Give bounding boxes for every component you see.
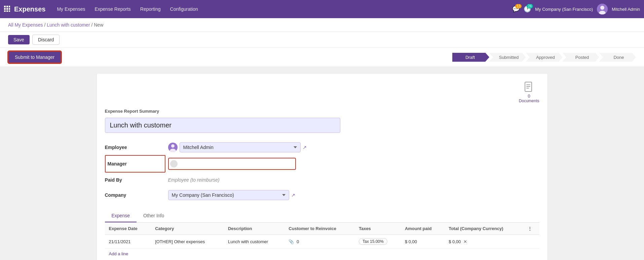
save-button[interactable]: Save [8, 35, 30, 44]
col-category: Category [151, 223, 224, 235]
paid-by-value: Employee (to reimburse) [165, 173, 340, 187]
employee-avatar [168, 143, 178, 152]
cell-reinvoice: 📎 0 [285, 235, 355, 249]
svg-rect-5 [9, 8, 10, 10]
table-header-row: Expense Date Category Description Custom… [105, 223, 539, 235]
status-submitted: Submitted [489, 53, 526, 62]
company-label: Company [105, 187, 165, 203]
paid-by-label: Paid By [105, 173, 165, 187]
cell-amount-paid: $ 0,00 [401, 235, 445, 249]
company-select[interactable]: My Company (San Francisco) [168, 190, 289, 200]
nav-reporting[interactable]: Reporting [137, 4, 164, 14]
svg-rect-13 [526, 84, 530, 85]
user-name: Mitchell Admin [612, 7, 640, 12]
grid-icon[interactable] [4, 6, 10, 13]
col-description: Description [224, 223, 285, 235]
app-brand: Expenses [14, 5, 45, 13]
nav-my-expenses[interactable]: My Expenses [53, 4, 88, 14]
chat-button[interactable]: 💬 13 [512, 5, 520, 13]
avatar [597, 4, 608, 14]
col-amount-paid: Amount paid [401, 223, 445, 235]
svg-rect-3 [4, 8, 6, 10]
col-total: Total (Company Currency) [445, 223, 524, 235]
svg-rect-0 [4, 6, 6, 7]
col-taxes: Taxes [355, 223, 401, 235]
breadcrumb: All My Expenses / Lunch with customer / … [0, 18, 644, 32]
manager-select[interactable] [180, 159, 291, 169]
form-card: 0 Documents Expense Report Summary Emplo… [97, 74, 547, 260]
svg-rect-4 [6, 8, 8, 10]
svg-rect-15 [526, 88, 529, 88]
status-approved: Approved [526, 53, 563, 62]
svg-rect-8 [9, 10, 10, 12]
clock-badge: 26 [527, 4, 533, 8]
tab-other-info[interactable]: Other Info [137, 210, 171, 222]
cell-date: 21/11/2021 [105, 235, 151, 249]
tab-expense[interactable]: Expense [105, 210, 137, 222]
clip-icon: 📎 [289, 239, 294, 244]
expense-title-input[interactable] [105, 118, 340, 133]
col-menu[interactable]: ⋮ [524, 223, 539, 235]
svg-rect-14 [526, 86, 530, 87]
add-line-link[interactable]: Add a line [105, 249, 132, 259]
remove-row-icon[interactable]: ✕ [463, 239, 467, 244]
expense-table: Expense Date Category Description Custom… [105, 223, 539, 249]
cell-total: $ 0,00 ✕ [445, 235, 524, 249]
document-icon [524, 82, 534, 94]
documents-button[interactable]: 0 Documents [519, 82, 539, 103]
status-done: Done [599, 53, 636, 62]
submit-to-manager-button[interactable]: Submit to Manager [8, 51, 61, 63]
employee-external-link-icon[interactable]: ↗ [303, 145, 307, 150]
svg-rect-2 [9, 6, 10, 7]
svg-rect-7 [6, 10, 8, 12]
clock-button[interactable]: 🕐 26 [524, 5, 531, 13]
breadcrumb-sep1: / [44, 22, 47, 28]
topnav-right: 💬 13 🕐 26 My Company (San Francisco) Mit… [512, 4, 640, 14]
svg-rect-1 [6, 6, 8, 7]
status-posted: Posted [562, 53, 599, 62]
svg-rect-6 [4, 10, 6, 12]
top-navigation: Expenses My Expenses Expense Reports Rep… [0, 0, 644, 18]
breadcrumb-all-expenses[interactable]: All My Expenses [8, 22, 43, 28]
form-section-title: Expense Report Summary [105, 109, 539, 114]
col-expense-date: Expense Date [105, 223, 151, 235]
manager-label: Manager [105, 155, 165, 173]
form-fields: Employee Mitchell Admin ↗ Manager [105, 140, 340, 203]
documents-area: 0 Documents [105, 82, 539, 103]
doc-count: 0 [528, 94, 530, 99]
status-draft: Draft [452, 53, 489, 62]
cell-category: [OTHER] Other expenses [151, 235, 224, 249]
employee-value: Mitchell Admin ↗ [165, 140, 340, 155]
action-bar: Save Discard [0, 32, 644, 48]
manager-value [165, 155, 340, 173]
doc-label: Documents [519, 99, 539, 103]
nav-configuration[interactable]: Configuration [167, 4, 201, 14]
tabs: Expense Other Info [105, 210, 539, 223]
cell-taxes: Tax 15.00% [355, 235, 401, 249]
cell-spacer [524, 235, 539, 249]
breadcrumb-new: New [94, 22, 103, 28]
company-external-link-icon[interactable]: ↗ [291, 192, 295, 198]
cell-description: Lunch with customer [224, 235, 285, 249]
col-customer-reinvoice: Customer to Reinvoice [285, 223, 355, 235]
breadcrumb-current[interactable]: Lunch with customer [47, 22, 90, 28]
company-value: My Company (San Francisco) ↗ [165, 187, 340, 203]
discard-button[interactable]: Discard [32, 35, 60, 45]
employee-label: Employee [105, 140, 165, 155]
status-bar-row: Submit to Manager Draft Submitted Approv… [0, 48, 644, 67]
svg-point-10 [600, 6, 604, 10]
status-steps: Draft Submitted Approved Posted Done [452, 53, 636, 62]
company-name: My Company (San Francisco) [535, 7, 593, 12]
main-content: 0 Documents Expense Report Summary Emplo… [0, 67, 644, 260]
tax-badge: Tax 15.00% [359, 238, 387, 245]
svg-point-17 [171, 144, 175, 148]
chat-badge: 13 [515, 4, 522, 8]
table-row: 21/11/2021 [OTHER] Other expenses Lunch … [105, 235, 539, 249]
employee-select[interactable]: Mitchell Admin [180, 142, 301, 152]
manager-avatar [170, 160, 178, 168]
nav-expense-reports[interactable]: Expense Reports [91, 4, 134, 14]
